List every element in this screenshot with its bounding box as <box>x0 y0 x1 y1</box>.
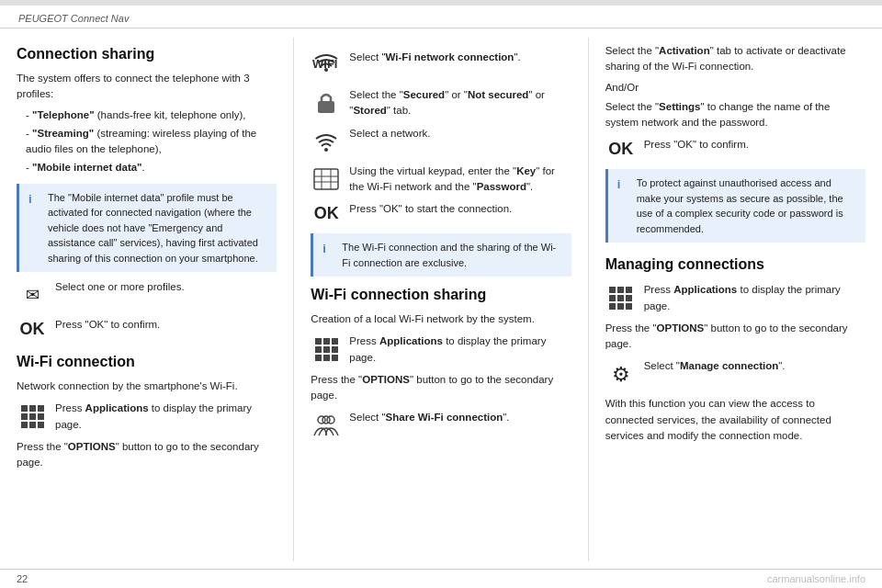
keypad-step-text: Using the virtual keypad, enter the "Key… <box>349 164 571 196</box>
manage-connection-text: Select "Manage connection". <box>644 358 786 374</box>
info-icon-2: i <box>322 240 335 270</box>
section1-intro: The system offers to connect the telepho… <box>17 71 277 103</box>
keypad-step: Using the virtual keypad, enter the "Key… <box>311 164 571 196</box>
step2-text: Press "OK" to confirm. <box>55 317 160 333</box>
gear-icon: ⚙ <box>605 358 637 390</box>
wifi-small-icon <box>311 126 342 157</box>
keypad-icon <box>311 164 342 195</box>
info-icon: i <box>28 190 41 266</box>
watermark: carmanualsonline.info <box>767 573 865 584</box>
select-share-text: Select "Share Wi-Fi connection". <box>349 410 509 425</box>
and-or: And/Or <box>605 80 865 96</box>
grid-icon-2 <box>311 334 342 365</box>
svg-point-11 <box>322 416 330 424</box>
footer: 22 carmanualsonline.info <box>0 569 882 588</box>
profile-icon: ✉ <box>17 279 48 311</box>
ok-label: OK <box>17 317 48 342</box>
column-1: Connection sharing The system offers to … <box>0 38 294 561</box>
secured-step: Select the "Secured" or "Not secured" or… <box>311 87 571 119</box>
wifi-sharing-intro: Creation of a local Wi-Fi network by the… <box>311 311 571 327</box>
people-icon <box>311 410 342 441</box>
svg-point-3 <box>324 148 328 152</box>
list-item: "Telephone" (hands-free kit, telephone o… <box>26 107 277 123</box>
info-box-text: The "Mobile internet data" profile must … <box>48 190 267 266</box>
header-title: PEUGEOT Connect Nav <box>18 13 129 24</box>
svg-rect-4 <box>314 169 338 189</box>
managing-apps-text: Press Applications to display the primar… <box>644 282 865 314</box>
page-header: PEUGEOT Connect Nav <box>0 6 882 28</box>
wifi-press-options: Press the "OPTIONS" button to go to the … <box>17 439 277 471</box>
list-item: "Streaming" (streaming: wireless playing… <box>26 126 277 158</box>
ok-confirm-text: Press "OK" to confirm. <box>644 137 749 153</box>
managing-title: Managing connections <box>605 254 865 276</box>
select-network-text: Select a network. <box>349 126 430 141</box>
lock-icon <box>311 87 342 119</box>
svg-point-1 <box>324 68 328 72</box>
info-box-protection: i To protect against unauthorised access… <box>605 169 865 243</box>
wifi-sharing-title: Wi-Fi connection sharing <box>311 284 571 306</box>
step1-text: Select one or more profiles. <box>55 279 185 295</box>
section2-intro: Network connection by the smartphone's W… <box>17 379 277 394</box>
sharing-options-text: Press the "OPTIONS" button to go to the … <box>311 372 571 404</box>
info-icon-3: i <box>617 175 630 236</box>
description-text: With this function you can view the acce… <box>605 396 865 444</box>
select-network-step: Select a network. <box>311 126 571 157</box>
ok-confirm-label: OK <box>605 137 637 162</box>
ok-confirm-row: OK Press "OK" to confirm. <box>605 137 865 162</box>
sharing-apps-step: Press Applications to display the primar… <box>311 334 571 366</box>
secured-step-text: Select the "Secured" or "Not secured" or… <box>349 87 571 119</box>
main-content: Connection sharing The system offers to … <box>0 28 882 571</box>
manage-connection-step: ⚙ Select "Manage connection". <box>605 358 865 390</box>
managing-apps-step: Press Applications to display the primar… <box>605 282 865 314</box>
svg-rect-2 <box>318 101 334 113</box>
column-3: Select the "Activation" tab to activate … <box>589 38 882 561</box>
info-box-protection-text: To protect against unauthorised access a… <box>637 175 856 236</box>
sharing-apps-text: Press Applications to display the primar… <box>349 334 571 366</box>
step-select-profiles: ✉ Select one or more profiles. <box>17 279 277 311</box>
column-2: WIFI Select "Wi-Fi network connection". … <box>294 38 588 561</box>
ok-start-step: OK Press "OK" to start the connection. <box>311 201 571 226</box>
ok-start-label: OK <box>311 201 342 226</box>
profiles-list: "Telephone" (hands-free kit, telephone o… <box>26 107 277 176</box>
wifi-network-step: WIFI Select "Wi-Fi network connection". <box>311 50 571 81</box>
activation-step: Select the "Activation" tab to activate … <box>605 43 865 75</box>
managing-options-text: Press the "OPTIONS" button to go to the … <box>605 321 865 353</box>
select-share-step: Select "Share Wi-Fi connection". <box>311 410 571 441</box>
info-box-exclusive-text: The Wi-Fi connection and the sharing of … <box>342 240 561 270</box>
page-number: 22 <box>17 573 28 584</box>
step-wifi-network-text: Select "Wi-Fi network connection". <box>349 50 520 65</box>
ok-start-text: Press "OK" to start the connection. <box>349 201 512 217</box>
step-ok-confirm: OK Press "OK" to confirm. <box>17 317 277 342</box>
settings-step: Select the "Settings" to change the name… <box>605 99 865 131</box>
wifi-icon: WIFI <box>311 50 342 81</box>
info-box-exclusive: i The Wi-Fi connection and the sharing o… <box>311 233 571 277</box>
grid-icon-1 <box>17 401 48 432</box>
list-item: "Mobile internet data". <box>26 160 277 175</box>
section2-title: Wi-Fi connection <box>17 351 277 373</box>
grid-icon-3 <box>605 282 637 313</box>
info-box-mobile: i The "Mobile internet data" profile mus… <box>17 184 277 273</box>
section1-title: Connection sharing <box>17 43 277 65</box>
wifi-step1: Press Applications to display the primar… <box>17 401 277 433</box>
wifi-step1-text: Press Applications to display the primar… <box>55 401 277 433</box>
